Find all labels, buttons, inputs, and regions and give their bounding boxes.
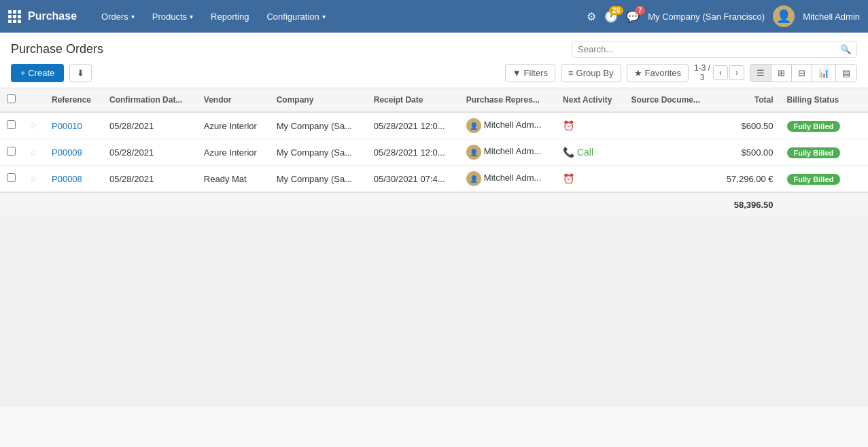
favorite-icon[interactable]: ☆ [29,120,38,131]
groupby-button[interactable]: ≡ Group By [561,64,621,82]
activity-empty-icon: ⏰ [563,120,574,131]
col-billing-status[interactable]: Billing Status [780,88,854,112]
app-title: Purchase [28,10,77,22]
extra-view-button[interactable]: ▤ [836,65,856,82]
row-checkbox-cell[interactable] [0,166,22,193]
row-vendor: Ready Mat [197,166,270,193]
grid-icon: ⊞ [778,68,785,78]
table-icon: ⊟ [798,68,805,78]
favorite-icon[interactable]: ☆ [29,147,38,158]
table-container: Reference Confirmation Dat... Vendor Com… [0,88,868,217]
settings-button[interactable]: ⚙ [587,10,596,23]
row-rep: 👤Mitchell Adm... [459,112,556,139]
row-total: $600.50 [714,112,780,139]
top-navigation: Purchase Orders ▾ Products ▾ Reporting C… [0,0,868,33]
page-header: Purchase Orders 🔍 + Create ⬇ ▼ Filters ≡… [0,33,868,88]
search-input[interactable] [578,44,840,54]
row-receipt-date: 05/28/2021 12:0... [367,112,459,139]
row-billing-status: Fully Billed [780,112,854,139]
col-extra [853,88,868,112]
kanban-view-button[interactable]: ⊞ [771,65,792,82]
activity-badge: 26 [609,6,623,15]
row-checkbox[interactable] [7,120,16,129]
pagination-section: 1-3 / 3 ‹ › [694,63,744,82]
nav-configuration[interactable]: Configuration ▾ [258,7,333,26]
row-checkbox-cell[interactable] [0,112,22,139]
col-confirmation-date[interactable]: Confirmation Dat... [103,88,197,112]
col-company[interactable]: Company [270,88,367,112]
download-button[interactable]: ⬇ [69,64,92,82]
purchase-orders-table: Reference Confirmation Dat... Vendor Com… [0,88,868,217]
row-company: My Company (Sa... [270,112,367,139]
list-icon: ☰ [757,68,765,78]
footer-total: 58,396.50 [714,192,780,217]
rep-avatar: 👤 [466,118,481,133]
user-name[interactable]: Mitchell Admin [803,12,860,22]
row-reference[interactable]: P00009 [45,139,103,166]
apps-icon[interactable] [8,10,21,23]
filter-button[interactable]: ▼ Filters [505,64,555,82]
table-row[interactable]: ☆ P00009 05/28/2021 Azure Interior My Co… [0,139,868,166]
nav-orders[interactable]: Orders ▾ [93,7,143,26]
list-view-button[interactable]: ☰ [750,65,771,82]
row-vendor: Azure Interior [197,112,270,139]
row-extra [853,139,868,166]
create-button[interactable]: + Create [11,64,64,82]
toolbar-row: + Create ⬇ ▼ Filters ≡ Group By ★ Favori… [11,63,857,88]
search-icon[interactable]: 🔍 [840,44,851,54]
row-confirmation-date: 05/28/2021 [103,166,197,193]
row-company: My Company (Sa... [270,139,367,166]
select-all-checkbox[interactable] [7,94,16,103]
row-rep: 👤Mitchell Adm... [459,139,556,166]
row-source-doc [625,166,714,193]
row-star-cell[interactable]: ☆ [22,139,45,166]
table-view-button[interactable]: ⊟ [792,65,812,82]
row-billing-status: Fully Billed [780,139,854,166]
row-source-doc [625,139,714,166]
col-receipt-date[interactable]: Receipt Date [367,88,459,112]
empty-area [0,217,868,407]
row-reference[interactable]: P00008 [45,166,103,193]
row-checkbox[interactable] [7,147,16,156]
footer-end [780,192,868,217]
row-total: $500.00 [714,139,780,166]
billing-badge: Fully Billed [787,174,841,185]
toolbar-left: + Create ⬇ [11,64,92,82]
row-star-cell[interactable]: ☆ [22,112,45,139]
col-source-doc[interactable]: Source Docume... [625,88,714,112]
table-row[interactable]: ☆ P00008 05/28/2021 Ready Mat My Company… [0,166,868,193]
row-extra [853,112,868,139]
row-star-cell[interactable]: ☆ [22,166,45,193]
chevron-down-icon: ▾ [190,13,193,20]
table-row[interactable]: ☆ P00010 05/28/2021 Azure Interior My Co… [0,112,868,139]
row-company: My Company (Sa... [270,166,367,193]
avatar[interactable]: 👤 [773,5,795,27]
chart-icon: 📊 [818,68,829,78]
company-selector[interactable]: My Company (San Francisco) [648,12,765,22]
chevron-down-icon: ▾ [322,13,326,20]
col-purchase-rep[interactable]: Purchase Repres... [459,88,556,112]
nav-products[interactable]: Products ▾ [144,7,201,26]
page-title: Purchase Orders [11,42,103,56]
prev-page-button[interactable]: ‹ [713,65,728,80]
col-next-activity[interactable]: Next Activity [556,88,625,112]
select-all-col[interactable] [0,88,22,112]
favorite-icon[interactable]: ☆ [29,173,38,184]
nav-reporting[interactable]: Reporting [203,7,257,26]
pagination-nav: ‹ › [713,65,744,80]
messages-button[interactable]: 💬 7 [626,10,640,23]
activity-button[interactable]: 🕐 26 [604,10,618,23]
col-total[interactable]: Total [714,88,780,112]
next-page-button[interactable]: › [729,65,744,80]
col-vendor[interactable]: Vendor [197,88,270,112]
more-icon: ▤ [842,68,850,78]
row-checkbox[interactable] [7,173,16,182]
col-reference[interactable]: Reference [45,88,103,112]
row-next-activity: ⏰ [556,112,625,139]
row-billing-status: Fully Billed [780,166,854,193]
row-checkbox-cell[interactable] [0,139,22,166]
chart-view-button[interactable]: 📊 [812,65,836,82]
row-reference[interactable]: P00010 [45,112,103,139]
row-receipt-date: 05/30/2021 07:4... [367,166,459,193]
favorites-button[interactable]: ★ Favorites [627,64,689,82]
